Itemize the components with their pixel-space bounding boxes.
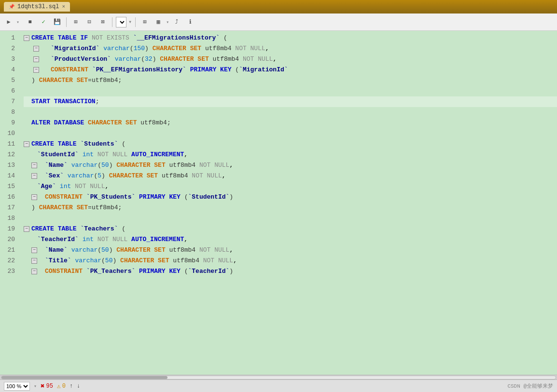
type-varchar-14: varchar [68,171,94,181]
format-btn-3[interactable]: ⊠ [97,16,109,28]
kw-table-19: TABLE [58,224,77,234]
line-num-17: 17 [0,203,18,213]
horizontal-scrollbar[interactable] [1,376,556,379]
kw-table-11: TABLE [58,139,77,149]
col-migrationid: `MigrationId` [51,43,99,54]
watermark: CSDN @全能够来梦 [507,382,553,390]
col-name-21: `Name` [45,245,68,256]
collapse-3[interactable]: − [33,56,39,62]
line-num-1: 1 [0,33,18,43]
separator-1 [66,17,67,27]
collapse-11[interactable]: − [24,141,29,147]
collapse-16[interactable]: − [31,194,37,200]
tab-filename: 1dqhts3l.sql [17,3,59,10]
dropdown-arrow: ▾ [128,18,132,26]
kw-constraint-23: CONSTRAINT [45,266,83,277]
code-line-4: − CONSTRAINT `PK__EFMigrationsHistory` P… [24,65,557,75]
code-line-13: − `Name` varchar(50) CHARACTER SET utf8m… [24,160,557,171]
col-name-13: `Name` [45,160,68,171]
kw-character-9: CHARACTER [88,118,122,128]
kw-character-21: CHARACTER [116,245,150,256]
collapse-2[interactable]: − [33,46,39,52]
kw-database-9: DATABASE [54,118,84,128]
val-utf8-21: utf8mb4 [169,245,196,256]
info-button[interactable]: ℹ [184,16,196,28]
kw-not-null-22: NOT NULL [203,256,233,266]
run-icon: ▶ [7,18,10,26]
file-tab[interactable]: 📌 1dqhts3l.sql × [4,2,70,12]
schema-dropdown[interactable] [116,17,126,27]
col-studentid: `StudentId` [37,149,79,160]
grid-icon: ⊞ [143,18,147,26]
collapse-19[interactable]: − [24,226,29,232]
run-dropdown[interactable]: ▾ [16,19,22,25]
collapse-1[interactable]: − [24,35,29,41]
kw-create-19: CREATE [31,224,54,234]
table-dropdown[interactable]: ▾ [166,19,169,25]
save-button[interactable]: 💾 [51,16,63,28]
status-bar: 100 % ▾ ✖ 95 ⚠ 0 ↑ ↓ CSDN @全能够来梦 [0,379,557,392]
line-num-7: 7 [0,96,18,107]
check-icon: ✓ [42,18,45,26]
collapse-23[interactable]: − [31,269,37,274]
tab-close-icon[interactable]: × [62,4,65,10]
kw-transaction-7: TRANSACTION [54,96,96,107]
kw-autoincrement-20: AUTO_INCREMENT [131,234,184,245]
code-line-1: − CREATE TABLE IF NOT EXISTS `__EFMigrat… [24,33,557,43]
collapse-13[interactable]: − [31,162,37,168]
code-line-8 [24,107,557,118]
pk-teachers: `PK_Teachers` [86,266,135,277]
type-int-15: int [60,181,71,192]
kw-character-5: CHARACTER [39,75,73,86]
line-num-11: 11 [0,139,18,149]
code-line-22: − `Title` varchar(50) CHARACTER SET utf8… [24,256,557,266]
kw-exists-1: EXISTS [107,33,129,43]
kw-constraint-16: CONSTRAINT [45,192,83,203]
error-icon: ✖ [41,382,44,390]
type-int-20: int [83,234,94,245]
kw-character-14: CHARACTER [109,171,143,181]
check-button[interactable]: ✓ [38,16,49,28]
code-line-23: − CONSTRAINT `PK_Teachers` PRIMARY KEY (… [24,266,557,277]
zoom-selector[interactable]: 100 % [4,382,30,391]
code-line-10 [24,128,557,139]
table-button[interactable]: ▦ [153,16,164,28]
code-line-20: `TeacherId` int NOT NULL AUTO_INCREMENT, [24,234,557,245]
up-arrow-btn[interactable]: ↑ [70,383,73,390]
kw-create-1: CREATE [31,33,54,43]
grid-button[interactable]: ⊞ [139,16,151,28]
collapse-22[interactable]: − [31,258,37,264]
pk-efmigrations: `PK__EFMigrationsHistory` [92,65,186,75]
kw-not-1: NOT [92,33,103,43]
collapse-21[interactable]: − [31,247,37,253]
code-line-5: ) CHARACTER SET=utf8mb4; [24,75,557,86]
stop-button[interactable]: ■ [24,16,36,28]
code-line-11: − CREATE TABLE `Students` ( [24,139,557,149]
collapse-4[interactable]: − [33,67,39,73]
down-arrow-btn[interactable]: ↓ [77,383,80,390]
code-line-7: START TRANSACTION; [24,96,557,107]
collapse-14[interactable]: − [31,173,37,179]
zoom-dropdown-arrow[interactable]: ▾ [34,383,37,389]
val-utf8-9: utf8mb4 [140,118,167,128]
separator-2 [112,17,112,27]
kw-if-1: IF [80,33,88,43]
run-button[interactable]: ▶ [3,16,14,28]
horizontal-scrollbar-container[interactable] [0,375,557,379]
code-editor[interactable]: − CREATE TABLE IF NOT EXISTS `__EFMigrat… [22,31,557,375]
format-btn-1[interactable]: ⊞ [70,16,82,28]
status-left: 100 % ▾ ✖ 95 ⚠ 0 ↑ ↓ [4,382,501,391]
tbl-students: `Students` [80,139,118,149]
export-button[interactable]: ⤴ [171,16,182,28]
format-btn-2[interactable]: ⊟ [84,16,95,28]
line-num-6: 6 [0,86,18,96]
scrollbar-thumb[interactable] [1,376,167,379]
paren-close-5: ) [31,75,35,86]
val-utf8-22: utf8mb4 [173,256,199,266]
val-utf8-14: utf8mb4 [162,171,188,181]
kw-character-2: CHARACTER [153,43,186,54]
line-num-3: 3 [0,54,18,65]
col-age: `Age` [37,181,56,192]
format-icon-3: ⊠ [101,18,104,26]
line-num-12: 12 [0,149,18,160]
